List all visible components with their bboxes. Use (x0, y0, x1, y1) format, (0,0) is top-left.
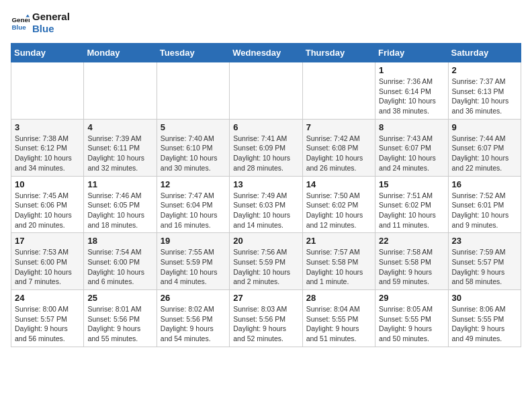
day-number: 14 (306, 179, 371, 189)
day-info: Sunrise: 8:00 AMSunset: 5:57 PMDaylight:… (15, 304, 80, 344)
calendar-cell: 29Sunrise: 8:05 AMSunset: 5:55 PMDayligh… (375, 290, 448, 347)
day-number: 18 (87, 236, 152, 246)
day-number: 20 (233, 236, 298, 246)
calendar-cell: 7Sunrise: 7:42 AMSunset: 6:08 PMDaylight… (302, 119, 375, 176)
calendar-cell: 5Sunrise: 7:40 AMSunset: 6:10 PMDaylight… (157, 119, 229, 176)
day-info: Sunrise: 7:55 AMSunset: 5:59 PMDaylight:… (161, 247, 226, 287)
calendar-cell: 24Sunrise: 8:00 AMSunset: 5:57 PMDayligh… (11, 290, 84, 347)
day-number: 30 (452, 293, 517, 303)
day-info: Sunrise: 7:40 AMSunset: 6:10 PMDaylight:… (161, 134, 226, 173)
day-info: Sunrise: 7:45 AMSunset: 6:06 PMDaylight:… (15, 191, 80, 230)
day-info: Sunrise: 7:53 AMSunset: 6:00 PMDaylight:… (15, 247, 80, 287)
day-info: Sunrise: 7:39 AMSunset: 6:11 PMDaylight:… (87, 134, 152, 173)
day-number: 24 (15, 293, 80, 303)
day-info: Sunrise: 7:57 AMSunset: 5:58 PMDaylight:… (306, 247, 371, 287)
day-info: Sunrise: 7:52 AMSunset: 6:01 PMDaylight:… (452, 191, 517, 230)
day-number: 6 (233, 122, 298, 132)
day-number: 12 (161, 179, 226, 189)
header-thursday: Thursday (302, 44, 375, 62)
day-number: 13 (233, 179, 298, 189)
calendar-cell: 23Sunrise: 7:59 AMSunset: 5:57 PMDayligh… (448, 233, 521, 290)
day-info: Sunrise: 7:44 AMSunset: 6:07 PMDaylight:… (452, 134, 517, 173)
day-info: Sunrise: 7:54 AMSunset: 6:00 PMDaylight:… (87, 247, 152, 287)
day-number: 15 (379, 179, 444, 189)
day-info: Sunrise: 8:02 AMSunset: 5:56 PMDaylight:… (161, 304, 226, 344)
calendar-week-row: 10Sunrise: 7:45 AMSunset: 6:06 PMDayligh… (11, 176, 521, 233)
day-info: Sunrise: 8:04 AMSunset: 5:55 PMDaylight:… (306, 304, 371, 344)
day-number: 7 (306, 122, 371, 132)
day-number: 23 (452, 236, 517, 246)
calendar-cell: 30Sunrise: 8:06 AMSunset: 5:55 PMDayligh… (448, 290, 521, 347)
day-info: Sunrise: 7:47 AMSunset: 6:04 PMDaylight:… (161, 191, 226, 230)
logo: General Blue General Blue (11, 11, 70, 35)
calendar-cell: 8Sunrise: 7:43 AMSunset: 6:07 PMDaylight… (375, 119, 448, 176)
calendar-cell: 25Sunrise: 8:01 AMSunset: 5:56 PMDayligh… (84, 290, 157, 347)
calendar-cell: 6Sunrise: 7:41 AMSunset: 6:09 PMDaylight… (230, 119, 302, 176)
day-info: Sunrise: 7:56 AMSunset: 5:59 PMDaylight:… (233, 247, 298, 287)
calendar-header-row: SundayMondayTuesdayWednesdayThursdayFrid… (11, 44, 521, 62)
calendar-cell: 4Sunrise: 7:39 AMSunset: 6:11 PMDaylight… (84, 119, 157, 176)
calendar-week-row: 1Sunrise: 7:36 AMSunset: 6:14 PMDaylight… (11, 62, 521, 120)
calendar-cell: 26Sunrise: 8:02 AMSunset: 5:56 PMDayligh… (157, 290, 229, 347)
calendar-cell: 20Sunrise: 7:56 AMSunset: 5:59 PMDayligh… (230, 233, 302, 290)
day-info: Sunrise: 7:41 AMSunset: 6:09 PMDaylight:… (233, 134, 298, 173)
day-number: 17 (15, 236, 80, 246)
header-sunday: Sunday (11, 44, 84, 62)
calendar-cell: 14Sunrise: 7:50 AMSunset: 6:02 PMDayligh… (302, 176, 375, 233)
header-wednesday: Wednesday (230, 44, 302, 62)
day-number: 26 (161, 293, 226, 303)
logo-text-blue: Blue (32, 23, 70, 35)
calendar-table: SundayMondayTuesdayWednesdayThursdayFrid… (11, 43, 521, 347)
calendar-cell (157, 62, 229, 120)
header-tuesday: Tuesday (157, 44, 229, 62)
day-info: Sunrise: 7:42 AMSunset: 6:08 PMDaylight:… (306, 134, 371, 173)
calendar-cell: 15Sunrise: 7:51 AMSunset: 6:02 PMDayligh… (375, 176, 448, 233)
day-info: Sunrise: 7:43 AMSunset: 6:07 PMDaylight:… (379, 134, 444, 173)
day-info: Sunrise: 7:50 AMSunset: 6:02 PMDaylight:… (306, 191, 371, 230)
day-info: Sunrise: 7:38 AMSunset: 6:12 PMDaylight:… (15, 134, 80, 173)
header-friday: Friday (375, 44, 448, 62)
day-info: Sunrise: 7:49 AMSunset: 6:03 PMDaylight:… (233, 191, 298, 230)
day-info: Sunrise: 7:59 AMSunset: 5:57 PMDaylight:… (452, 247, 517, 287)
calendar-week-row: 17Sunrise: 7:53 AMSunset: 6:00 PMDayligh… (11, 233, 521, 290)
calendar-cell: 27Sunrise: 8:03 AMSunset: 5:56 PMDayligh… (230, 290, 302, 347)
day-number: 22 (379, 236, 444, 246)
day-number: 3 (15, 122, 80, 132)
day-info: Sunrise: 8:05 AMSunset: 5:55 PMDaylight:… (379, 304, 444, 344)
calendar-week-row: 24Sunrise: 8:00 AMSunset: 5:57 PMDayligh… (11, 290, 521, 347)
calendar-cell: 16Sunrise: 7:52 AMSunset: 6:01 PMDayligh… (448, 176, 521, 233)
day-number: 4 (87, 122, 152, 132)
calendar-cell: 13Sunrise: 7:49 AMSunset: 6:03 PMDayligh… (230, 176, 302, 233)
day-info: Sunrise: 7:37 AMSunset: 6:13 PMDaylight:… (452, 77, 517, 116)
day-number: 27 (233, 293, 298, 303)
day-number: 28 (306, 293, 371, 303)
calendar-cell: 18Sunrise: 7:54 AMSunset: 6:00 PMDayligh… (84, 233, 157, 290)
day-number: 11 (87, 179, 152, 189)
calendar-cell: 1Sunrise: 7:36 AMSunset: 6:14 PMDaylight… (375, 62, 448, 120)
calendar-cell (230, 62, 302, 120)
day-number: 25 (87, 293, 152, 303)
calendar-cell: 19Sunrise: 7:55 AMSunset: 5:59 PMDayligh… (157, 233, 229, 290)
day-number: 19 (161, 236, 226, 246)
logo-text-general: General (32, 11, 70, 23)
calendar-cell: 12Sunrise: 7:47 AMSunset: 6:04 PMDayligh… (157, 176, 229, 233)
page-header: General Blue General Blue (11, 11, 521, 35)
calendar-week-row: 3Sunrise: 7:38 AMSunset: 6:12 PMDaylight… (11, 119, 521, 176)
calendar-cell: 22Sunrise: 7:58 AMSunset: 5:58 PMDayligh… (375, 233, 448, 290)
header-saturday: Saturday (448, 44, 521, 62)
logo-icon: General Blue (11, 13, 30, 32)
day-number: 10 (15, 179, 80, 189)
calendar-cell: 21Sunrise: 7:57 AMSunset: 5:58 PMDayligh… (302, 233, 375, 290)
calendar-cell: 2Sunrise: 7:37 AMSunset: 6:13 PMDaylight… (448, 62, 521, 120)
day-number: 21 (306, 236, 371, 246)
calendar-cell: 11Sunrise: 7:46 AMSunset: 6:05 PMDayligh… (84, 176, 157, 233)
day-info: Sunrise: 8:06 AMSunset: 5:55 PMDaylight:… (452, 304, 517, 344)
calendar-cell: 17Sunrise: 7:53 AMSunset: 6:00 PMDayligh… (11, 233, 84, 290)
calendar-cell (11, 62, 84, 120)
calendar-cell: 3Sunrise: 7:38 AMSunset: 6:12 PMDaylight… (11, 119, 84, 176)
day-number: 16 (452, 179, 517, 189)
calendar-cell (84, 62, 157, 120)
day-number: 5 (161, 122, 226, 132)
calendar-cell (302, 62, 375, 120)
day-info: Sunrise: 7:51 AMSunset: 6:02 PMDaylight:… (379, 191, 444, 230)
